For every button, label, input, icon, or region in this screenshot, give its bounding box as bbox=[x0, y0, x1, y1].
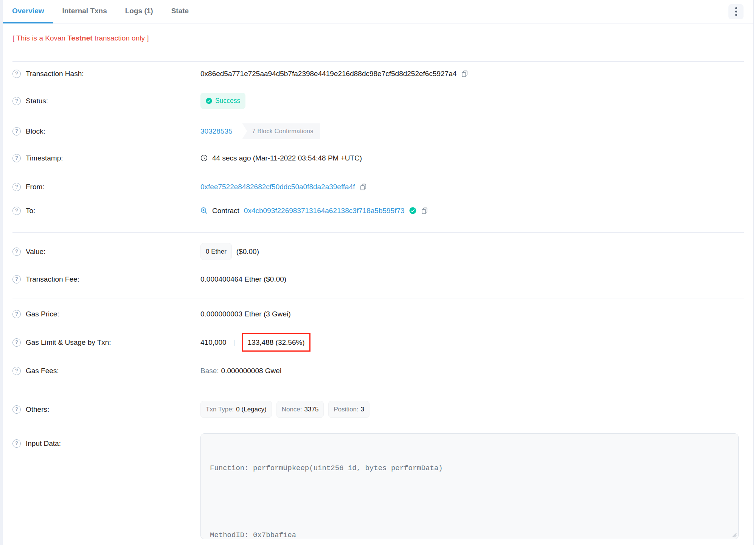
input-methodid-line: MethodID: 0x7bbaf1ea bbox=[210, 530, 729, 539]
tab-state[interactable]: State bbox=[162, 0, 198, 23]
label-text: Block: bbox=[26, 126, 45, 136]
transaction-fee-label: ? Transaction Fee: bbox=[12, 274, 200, 284]
transaction-card: Overview Internal Txns Logs (1) State [ … bbox=[3, 0, 754, 545]
input-data-label: ? Input Data: bbox=[12, 433, 200, 448]
ether-value-badge: 0 Ether bbox=[200, 243, 232, 260]
help-icon[interactable]: ? bbox=[12, 338, 21, 347]
help-icon[interactable]: ? bbox=[12, 127, 21, 135]
label-text: Gas Fees: bbox=[26, 366, 59, 375]
gas-price-value: 0.000000003 Ether (3 Gwei) bbox=[200, 309, 291, 319]
label-text: Gas Limit & Usage by Txn: bbox=[26, 338, 111, 347]
label-text: Status: bbox=[26, 96, 48, 106]
section-addresses: ? From: 0xfee7522e8482682cf50ddc50a0f8da… bbox=[3, 170, 753, 232]
copy-icon[interactable] bbox=[360, 183, 367, 190]
more-options-button[interactable] bbox=[728, 4, 744, 19]
help-icon[interactable]: ? bbox=[12, 405, 21, 414]
badge-label: Nonce: bbox=[282, 405, 302, 414]
to-contract-link[interactable]: 0x4cb093f226983713164a62138c3f718a5b595f… bbox=[244, 206, 405, 215]
row-from: ? From: 0xfee7522e8482682cf50ddc50a0f8da… bbox=[3, 175, 753, 199]
help-icon[interactable]: ? bbox=[12, 183, 21, 191]
label-text: Value: bbox=[26, 247, 45, 256]
check-circle-icon bbox=[206, 98, 212, 104]
from-label: ? From: bbox=[12, 182, 200, 192]
badge-value: 3375 bbox=[304, 405, 319, 414]
block-confirmations-badge: 7 Block Confirmations bbox=[242, 123, 320, 139]
section-gas: ? Gas Price: 0.000000003 Ether (3 Gwei) … bbox=[3, 299, 753, 385]
page: Overview Internal Txns Logs (1) State [ … bbox=[0, 0, 756, 545]
resize-handle[interactable] bbox=[731, 532, 737, 537]
warning-suffix: transaction only ] bbox=[93, 34, 149, 42]
help-icon[interactable]: ? bbox=[12, 310, 21, 318]
help-icon[interactable]: ? bbox=[12, 207, 21, 215]
gas-limit-label: ? Gas Limit & Usage by Txn: bbox=[12, 338, 200, 347]
label-text: Gas Price: bbox=[26, 309, 59, 319]
gas-price-label: ? Gas Price: bbox=[12, 309, 200, 319]
from-address-link[interactable]: 0xfee7522e8482682cf50ddc50a0f8da2a39effa… bbox=[200, 182, 355, 192]
tab-bar: Overview Internal Txns Logs (1) State bbox=[3, 0, 753, 23]
row-block: ? Block: 30328535 7 Block Confirmations bbox=[3, 116, 753, 146]
input-function-line: Function: performUpkeep(uint256 id, byte… bbox=[210, 463, 729, 474]
row-to: ? To: Contract 0x4cb093f226983713164a621… bbox=[3, 199, 753, 223]
gas-usage-value: 133,488 (32.56%) bbox=[248, 338, 305, 346]
value-usd: ($0.00) bbox=[236, 247, 259, 256]
section-value: ? Value: 0 Ether ($0.00) ? Transaction F… bbox=[3, 233, 753, 299]
label-text: Input Data: bbox=[26, 439, 61, 448]
gas-fees-label: ? Gas Fees: bbox=[12, 366, 200, 375]
status-text: Success bbox=[215, 96, 240, 106]
timestamp-value: 44 secs ago (Mar-11-2022 03:54:48 PM +UT… bbox=[212, 153, 362, 163]
tab-internal-txns[interactable]: Internal Txns bbox=[53, 0, 116, 23]
section-others: ? Others: Txn Type: 0 (Legacy) Nonce: 33… bbox=[3, 385, 753, 545]
warning-prefix: [ This is a Kovan bbox=[12, 34, 67, 42]
help-icon[interactable]: ? bbox=[12, 248, 21, 256]
tab-overview[interactable]: Overview bbox=[3, 0, 53, 23]
copy-icon[interactable] bbox=[421, 207, 428, 214]
input-data-box[interactable]: Function: performUpkeep(uint256 id, byte… bbox=[200, 433, 739, 539]
row-input-data: ? Input Data: Function: performUpkeep(ui… bbox=[3, 425, 753, 545]
row-gas-price: ? Gas Price: 0.000000003 Ether (3 Gwei) bbox=[3, 302, 753, 326]
clock-icon bbox=[200, 154, 208, 162]
label-text: Transaction Fee: bbox=[26, 274, 79, 284]
contract-prefix: Contract bbox=[212, 206, 239, 215]
section-overview-top: ? Transaction Hash: 0x86ed5a771e725aa94d… bbox=[3, 62, 753, 170]
row-status: ? Status: Success bbox=[3, 86, 753, 116]
badge-value: 0 (Legacy) bbox=[236, 405, 266, 414]
label-text: Timestamp: bbox=[26, 153, 63, 163]
kebab-dot bbox=[735, 7, 737, 9]
row-transaction-fee: ? Transaction Fee: 0.000400464 Ether ($0… bbox=[3, 267, 753, 291]
to-label: ? To: bbox=[12, 206, 200, 215]
row-value: ? Value: 0 Ether ($0.00) bbox=[3, 236, 753, 267]
help-icon[interactable]: ? bbox=[12, 70, 21, 78]
label-text: Others: bbox=[26, 405, 49, 414]
label-text: From: bbox=[26, 182, 45, 192]
label-text: Transaction Hash: bbox=[26, 69, 84, 78]
help-icon[interactable]: ? bbox=[12, 154, 21, 162]
gas-base-value: 0.000000008 Gwei bbox=[221, 366, 282, 375]
verified-check-icon bbox=[409, 207, 416, 214]
badge-label: Position: bbox=[334, 405, 358, 414]
kebab-dot bbox=[735, 11, 737, 12]
zoom-in-icon[interactable] bbox=[200, 207, 208, 214]
warning-bold: Testnet bbox=[67, 34, 92, 42]
input-blank-line bbox=[210, 497, 729, 508]
position-badge: Position: 3 bbox=[328, 401, 369, 418]
nonce-badge: Nonce: 3375 bbox=[276, 401, 324, 418]
block-label: ? Block: bbox=[12, 126, 200, 136]
help-icon[interactable]: ? bbox=[12, 97, 21, 105]
tab-logs[interactable]: Logs (1) bbox=[116, 0, 162, 23]
txn-type-badge: Txn Type: 0 (Legacy) bbox=[200, 401, 272, 418]
copy-icon[interactable] bbox=[461, 70, 468, 77]
gas-usage-highlight-box: 133,488 (32.56%) bbox=[242, 333, 310, 352]
badge-label: Txn Type: bbox=[206, 405, 234, 414]
help-icon[interactable]: ? bbox=[12, 367, 21, 375]
timestamp-label: ? Timestamp: bbox=[12, 153, 200, 163]
row-timestamp: ? Timestamp: 44 secs ago (Mar-11-2022 03… bbox=[3, 146, 753, 170]
transaction-hash-label: ? Transaction Hash: bbox=[12, 69, 200, 78]
help-icon[interactable]: ? bbox=[12, 275, 21, 283]
help-icon[interactable]: ? bbox=[12, 439, 21, 448]
block-number-link[interactable]: 30328535 bbox=[200, 126, 233, 136]
gas-limit-value: 410,000 bbox=[200, 338, 227, 347]
badge-value: 3 bbox=[361, 405, 364, 414]
transaction-fee-value: 0.000400464 Ether ($0.00) bbox=[200, 274, 286, 284]
gas-separator: | bbox=[231, 338, 238, 347]
status-label: ? Status: bbox=[12, 96, 200, 106]
